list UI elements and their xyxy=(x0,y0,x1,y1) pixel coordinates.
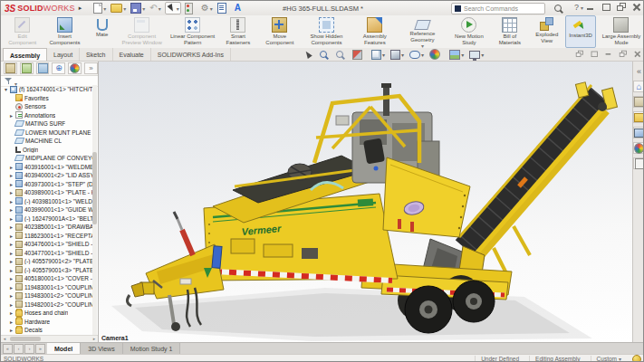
help-button[interactable]: ? xyxy=(574,3,579,12)
tree-expand-icon[interactable] xyxy=(8,258,14,264)
tree-expand-icon[interactable] xyxy=(8,112,14,119)
tree-item[interactable]: MATING SURF xyxy=(1,119,92,129)
task-pane-tab[interactable]: « xyxy=(633,65,644,77)
tree-item[interactable]: (-) 405579001<3> "PLATE - xyxy=(1,266,92,275)
search-icon[interactable] xyxy=(554,5,562,12)
ribbon-button[interactable]: Insert Components xyxy=(42,15,87,48)
help-caret-icon[interactable] xyxy=(581,3,583,12)
quick-access-button[interactable] xyxy=(216,2,231,14)
quick-access-button[interactable] xyxy=(165,2,181,14)
tree-item[interactable]: Decals xyxy=(1,326,92,335)
view-tool-button[interactable] xyxy=(429,49,444,60)
tab-scroll-button[interactable]: › xyxy=(24,344,34,354)
tree-item[interactable]: MACHINE CL xyxy=(1,137,92,146)
tree-item[interactable]: 403973001<1> "STEP" (Def xyxy=(1,180,92,189)
tree-item[interactable]: 403916001<1> "WELDMEN xyxy=(1,163,92,172)
tab-scroll-button[interactable]: ‹ xyxy=(14,344,24,354)
tree-expand-icon[interactable] xyxy=(8,181,14,187)
tree-item[interactable]: 119483001<2> "COUPLING xyxy=(1,291,92,300)
tree-horizontal-scrollbar[interactable]: ◂▸ xyxy=(1,335,98,342)
ribbon-tab[interactable]: Layout xyxy=(47,48,80,61)
tree-expand-icon[interactable] xyxy=(8,189,14,195)
status-dropdown-caret-icon[interactable] xyxy=(619,356,621,362)
quick-access-button[interactable]: A xyxy=(234,3,245,14)
view-tool-button[interactable] xyxy=(320,51,331,58)
task-pane-tab[interactable]: ⌂ xyxy=(633,81,644,92)
view-tool-button[interactable] xyxy=(371,50,385,60)
tree-expand-icon[interactable] xyxy=(8,275,14,281)
tree-item[interactable]: Origin xyxy=(1,146,92,155)
tree-item[interactable]: Annotations xyxy=(1,111,92,120)
tree-expand-icon[interactable] xyxy=(8,206,14,213)
tree-item[interactable]: 119482001<2> "COUPLING xyxy=(1,300,92,310)
document-tab[interactable]: Model xyxy=(47,343,81,354)
tree-expand-icon[interactable] xyxy=(8,224,14,230)
task-pane-tab[interactable] xyxy=(633,111,644,123)
tree-expand-icon[interactable] xyxy=(8,310,14,316)
quick-access-button[interactable] xyxy=(110,3,127,14)
tree-item[interactable]: 118623001<1> "RECEPTAC xyxy=(1,232,92,241)
ribbon-button[interactable]: Bill of Materials xyxy=(491,15,528,48)
maximize-button[interactable] xyxy=(601,3,610,12)
tree-item[interactable]: 403990001<1> "GUIDE WEL xyxy=(1,205,92,214)
minimize-button[interactable] xyxy=(586,3,595,12)
ribbon-button[interactable]: Move Component xyxy=(258,15,301,48)
view-tool-button[interactable] xyxy=(305,51,314,58)
tree-item[interactable]: 403476001<1> "SHIELD - A xyxy=(1,240,92,249)
panel-tab[interactable] xyxy=(20,62,34,74)
ribbon-button[interactable]: Assembly Features xyxy=(351,15,398,48)
tree-item[interactable]: Favorites xyxy=(1,94,92,103)
tree-item[interactable]: 403477001<1> "SHIELD - A xyxy=(1,249,92,258)
tree-item[interactable]: 402385001<1> "DRAWBAR xyxy=(1,223,92,232)
restore-button[interactable] xyxy=(617,3,626,12)
tree-item[interactable]: (-) 162479001A<1> "BELT P xyxy=(1,214,92,224)
doc-close-button[interactable] xyxy=(634,51,639,56)
ribbon-button[interactable]: Instant3D xyxy=(565,15,596,48)
tab-scroll-button[interactable]: » xyxy=(35,344,45,354)
tree-item[interactable]: Hardware xyxy=(1,318,92,327)
ribbon-tab[interactable]: Assembly xyxy=(3,48,47,61)
doc-restore-button[interactable] xyxy=(620,51,625,56)
tree-item[interactable]: (-) 403981001<1> "WELDM xyxy=(1,197,92,206)
ribbon-button[interactable]: Component Preview Window xyxy=(117,15,168,48)
quick-access-button[interactable]: ⚙ xyxy=(200,3,214,14)
tree-expand-icon[interactable] xyxy=(8,233,14,239)
tree-item[interactable]: (-) 405579001<2> "PLATE - xyxy=(1,257,92,266)
ribbon-button[interactable]: Large Assembly Mode xyxy=(596,15,644,48)
graphics-viewport[interactable]: Vermeer xyxy=(99,62,632,342)
ribbon-tab[interactable]: Evaluate xyxy=(113,48,151,61)
tree-vertical-scrollbar[interactable] xyxy=(92,85,97,335)
ribbon-button[interactable]: Show Hidden Components xyxy=(301,15,351,48)
tree-expand-icon[interactable] xyxy=(3,86,9,92)
tree-item[interactable]: 405180001<1> "COVER - W xyxy=(1,274,92,283)
task-pane-tab[interactable] xyxy=(633,127,644,138)
tree-expand-icon[interactable] xyxy=(8,284,14,291)
panel-tab[interactable] xyxy=(68,62,82,74)
quick-access-button[interactable] xyxy=(184,2,197,15)
doc-new-window-button[interactable] xyxy=(576,51,582,56)
task-pane-tab[interactable] xyxy=(633,157,644,169)
ribbon-button[interactable]: Reference Geometry xyxy=(398,15,447,48)
ribbon-button[interactable]: Linear Component Pattern xyxy=(168,15,218,48)
view-tool-button[interactable] xyxy=(336,51,347,58)
units-globe-icon[interactable] xyxy=(632,355,641,362)
tree-expand-icon[interactable] xyxy=(8,103,14,110)
tree-item[interactable]: Hoses and chain xyxy=(1,309,92,318)
tree-expand-icon[interactable] xyxy=(8,198,14,205)
ribbon-tab[interactable]: Sketch xyxy=(80,48,112,61)
tree-expand-icon[interactable] xyxy=(8,301,14,308)
doc-tile-button[interactable] xyxy=(591,51,596,56)
document-tab[interactable]: Motion Study 1 xyxy=(123,343,181,354)
tab-scroll-button[interactable]: « xyxy=(3,344,13,354)
tree-expand-icon[interactable] xyxy=(8,241,14,247)
tree-expand-icon[interactable] xyxy=(8,292,14,299)
view-tool-button[interactable] xyxy=(469,51,484,59)
tree-expand-icon[interactable] xyxy=(8,95,14,101)
tree-expand-icon[interactable] xyxy=(8,215,14,222)
quick-access-button[interactable] xyxy=(92,2,107,14)
ribbon-button[interactable]: Smart Fasteners xyxy=(218,15,259,48)
task-pane-tab[interactable] xyxy=(633,96,644,108)
tree-expand-icon[interactable] xyxy=(8,164,14,170)
tree-item[interactable]: 403940001<2> "LID ASSY, H xyxy=(1,171,92,180)
view-tool-button[interactable] xyxy=(409,51,424,59)
